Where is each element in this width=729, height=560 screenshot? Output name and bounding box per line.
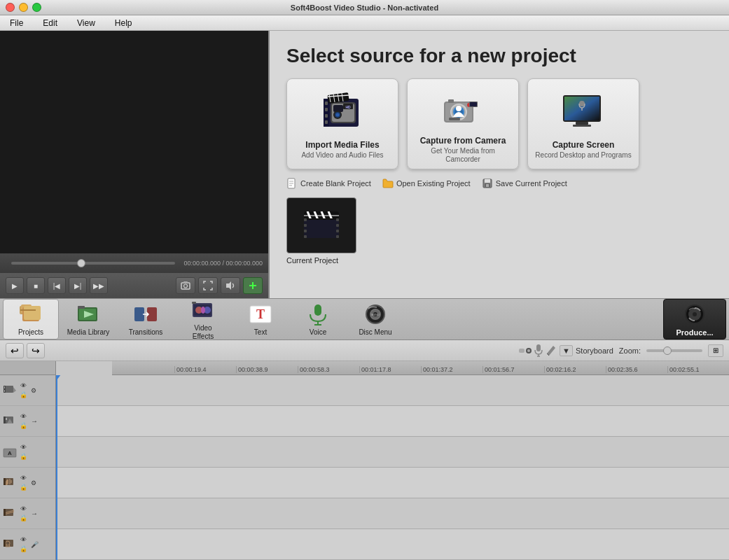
- fullscreen-button[interactable]: [198, 277, 218, 294]
- scrubber-thumb[interactable]: [77, 259, 85, 267]
- next-frame-button[interactable]: ▶|: [69, 277, 87, 294]
- close-button[interactable]: [6, 3, 15, 12]
- playhead-triangle: [56, 375, 61, 380]
- produce-label: Produce...: [676, 328, 713, 337]
- projects-label: Projects: [18, 328, 43, 337]
- zoom-thumb[interactable]: [663, 346, 672, 355]
- ruler-mark-2: 00:00:38.9: [236, 366, 298, 373]
- time-display: 00:00:00.000 / 00:00:00.000: [183, 260, 263, 267]
- menu-help[interactable]: Help: [111, 17, 137, 29]
- text-button[interactable]: T Text: [232, 299, 289, 340]
- track-controls-audio-2: 👁 🔒: [18, 505, 28, 522]
- minimize-button[interactable]: [19, 3, 28, 12]
- media-library-icon: [76, 302, 101, 327]
- eye-icon-4[interactable]: 👁: [18, 474, 28, 482]
- eye-icon-3[interactable]: 👁: [18, 443, 28, 451]
- scrubber-slider[interactable]: [11, 262, 175, 265]
- projects-button[interactable]: Projects: [3, 299, 59, 340]
- lock-icon-5[interactable]: 🔒: [18, 514, 28, 522]
- video-effects-label: Video Effects: [193, 324, 214, 341]
- timeline-ruler: 00:00:19.4 00:00:38.9 00:00:58.3 00:01:1…: [112, 361, 729, 375]
- video-effects-button[interactable]: Video Effects: [175, 299, 231, 340]
- import-media-card[interactable]: HD: [286, 78, 398, 169]
- disc-menu-button[interactable]: MENU Disc Menu: [347, 299, 403, 340]
- folder-icon: [382, 178, 394, 189]
- track-settings-icon[interactable]: ⚙: [31, 387, 36, 394]
- import-media-icon: HD: [318, 88, 367, 137]
- snapshot-button[interactable]: [176, 277, 195, 294]
- svg-point-87: [201, 307, 205, 314]
- svg-rect-68: [336, 218, 339, 221]
- ruler-mark-7: 00:02:16.2: [544, 366, 606, 373]
- menu-edit[interactable]: Edit: [39, 17, 62, 29]
- svg-rect-113: [4, 386, 5, 388]
- lock-icon[interactable]: 🔒: [18, 391, 28, 399]
- lock-icon-6[interactable]: 🔒: [18, 545, 28, 553]
- svg-rect-46: [573, 125, 591, 127]
- capture-screen-card[interactable]: Capture Screen Record Desktop and Progra…: [527, 78, 639, 169]
- save-current-label: Save Current Project: [496, 179, 567, 188]
- storyboard-toggle: ▼ Storyboard: [519, 344, 613, 357]
- window-title: Soft4Boost Video Studio - Non-activated: [291, 4, 438, 12]
- svg-rect-71: [336, 235, 339, 238]
- volume-button[interactable]: [221, 277, 240, 294]
- timeline-tracks: 👁 🔒 ⚙ 👁 🔒 →: [0, 375, 729, 560]
- svg-rect-118: [4, 416, 6, 424]
- svg-rect-11: [325, 120, 328, 124]
- menu-view[interactable]: View: [73, 17, 99, 29]
- svg-text:HD: HD: [345, 104, 351, 108]
- menu-file[interactable]: File: [6, 17, 27, 29]
- voice-mic[interactable]: 🎤: [31, 541, 39, 548]
- ruler-mark-1: 00:00:19.4: [174, 366, 236, 373]
- zoom-fit-button[interactable]: ⊞: [708, 344, 723, 357]
- undo-button[interactable]: ↩: [6, 343, 24, 358]
- prev-frame-button[interactable]: |◀: [48, 277, 66, 294]
- timeline-header: ↩ ↪ ▼ Storyboard Zoom:: [0, 340, 729, 361]
- produce-button[interactable]: Produce...: [663, 299, 726, 340]
- lock-icon-2[interactable]: 🔒: [18, 421, 28, 430]
- svg-marker-111: [13, 387, 16, 393]
- voice-button[interactable]: Voice: [290, 299, 346, 340]
- lock-icon-4[interactable]: 🔒: [18, 483, 28, 491]
- main-container: 00:00:00.000 / 00:00:00.000 ▶ ■ |◀ ▶| ▶▶: [0, 31, 729, 560]
- track-row-audio-2: [56, 498, 729, 529]
- play-button[interactable]: ▶: [6, 277, 24, 294]
- preview-panel: 00:00:00.000 / 00:00:00.000 ▶ ■ |◀ ▶| ▶▶: [0, 31, 270, 298]
- save-current-project[interactable]: Save Current Project: [482, 178, 567, 189]
- track-labels: 👁 🔒 ⚙ 👁 🔒 →: [0, 375, 56, 560]
- create-blank-project[interactable]: Create Blank Project: [286, 178, 371, 189]
- maximize-button[interactable]: [32, 3, 41, 12]
- eye-icon-5[interactable]: 👁: [18, 505, 28, 513]
- eye-icon-6[interactable]: 👁: [18, 536, 28, 544]
- svg-marker-3: [226, 281, 231, 290]
- overlay-arrow[interactable]: →: [31, 417, 38, 425]
- transitions-button[interactable]: Transitions: [118, 299, 174, 340]
- zoom-label: Zoom:: [619, 346, 641, 355]
- track-row-overlay: [56, 406, 729, 437]
- audio-2-arrow[interactable]: →: [31, 510, 38, 517]
- bottom-toolbar: Projects Media Library: [0, 298, 729, 340]
- redo-button[interactable]: ↪: [27, 343, 45, 358]
- zoom-slider[interactable]: [646, 349, 702, 352]
- lock-icon-3[interactable]: 🔒: [18, 452, 28, 461]
- svg-rect-76: [20, 309, 36, 311]
- current-project-thumbnail[interactable]: [286, 197, 356, 253]
- eye-icon-2[interactable]: 👁: [18, 412, 28, 421]
- dropdown-btn[interactable]: ▼: [560, 345, 573, 356]
- add-to-timeline-button[interactable]: [243, 277, 263, 294]
- audio-settings[interactable]: ⚙: [31, 479, 36, 486]
- forward-button[interactable]: ▶▶: [90, 277, 108, 294]
- stop-button[interactable]: ■: [27, 277, 45, 294]
- transitions-label: Transitions: [129, 328, 163, 337]
- svg-point-106: [527, 349, 530, 352]
- media-library-button[interactable]: Media Library: [60, 299, 116, 340]
- svg-rect-66: [304, 230, 307, 232]
- open-existing-project[interactable]: Open Existing Project: [382, 178, 471, 189]
- svg-rect-126: [4, 509, 6, 516]
- playhead[interactable]: [56, 375, 57, 560]
- text-icon: T: [248, 302, 273, 327]
- track-controls-audio-1: 👁 🔒: [18, 474, 28, 491]
- track-row-video-main: [56, 375, 729, 406]
- eye-icon[interactable]: 👁: [18, 382, 28, 390]
- capture-camera-card[interactable]: Capture from Camera Get Your Media from …: [407, 78, 519, 169]
